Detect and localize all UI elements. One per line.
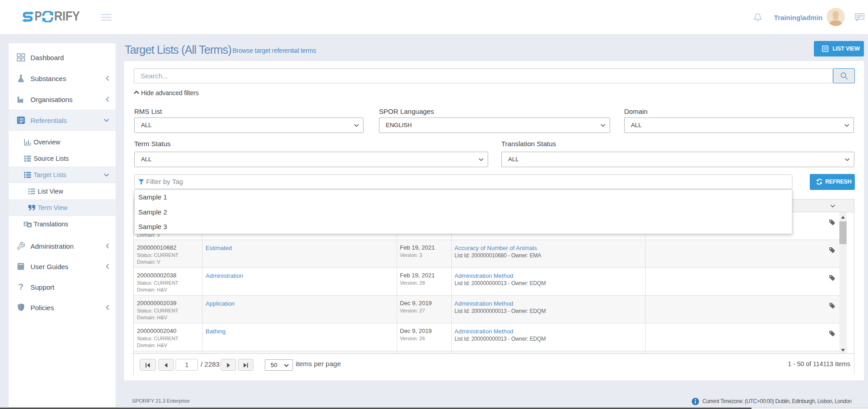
svg-text:A: A <box>25 222 27 226</box>
